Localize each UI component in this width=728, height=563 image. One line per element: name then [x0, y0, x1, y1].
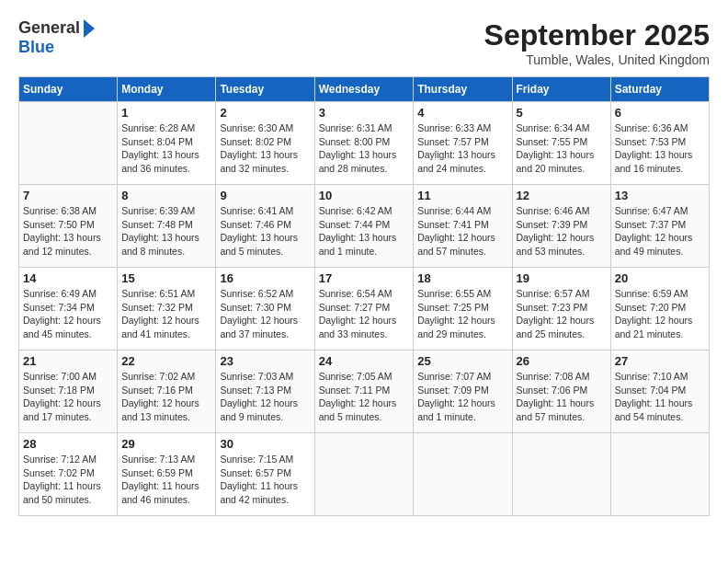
day-number: 12	[517, 189, 607, 202]
logo-general: General	[18, 18, 80, 38]
title-block: September 2025 Tumble, Wales, United Kin…	[484, 18, 710, 67]
day-number: 18	[417, 271, 507, 285]
day-detail: Sunrise: 6:34 AMSunset: 7:55 PMDaylight:…	[517, 121, 607, 176]
day-detail: Sunrise: 7:05 AMSunset: 7:11 PMDaylight:…	[319, 370, 410, 424]
calendar-cell: 2Sunrise: 6:30 AMSunset: 8:02 PMDaylight…	[216, 102, 314, 185]
day-number: 6	[615, 106, 705, 120]
day-detail: Sunrise: 6:42 AMSunset: 7:44 PMDaylight:…	[319, 204, 410, 259]
day-detail: Sunrise: 6:55 AMSunset: 7:25 PMDaylight:…	[417, 287, 507, 341]
calendar-cell: 6Sunrise: 6:36 AMSunset: 7:53 PMDaylight…	[610, 102, 709, 185]
calendar-cell: 20Sunrise: 6:59 AMSunset: 7:20 PMDayligh…	[610, 268, 709, 350]
day-detail: Sunrise: 7:02 AMSunset: 7:16 PMDaylight:…	[121, 370, 211, 424]
week-row-3: 14Sunrise: 6:49 AMSunset: 7:34 PMDayligh…	[19, 268, 710, 350]
day-number: 3	[319, 106, 410, 120]
day-detail: Sunrise: 6:33 AMSunset: 7:57 PMDaylight:…	[417, 121, 507, 176]
day-detail: Sunrise: 6:57 AMSunset: 7:23 PMDaylight:…	[517, 287, 607, 341]
calendar-cell	[610, 433, 709, 516]
header-friday: Friday	[512, 77, 610, 102]
day-number: 10	[319, 189, 410, 202]
week-row-4: 21Sunrise: 7:00 AMSunset: 7:18 PMDayligh…	[19, 350, 710, 433]
calendar-cell: 24Sunrise: 7:05 AMSunset: 7:11 PMDayligh…	[314, 350, 414, 433]
day-detail: Sunrise: 6:59 AMSunset: 7:20 PMDaylight:…	[615, 287, 705, 341]
month-title: September 2025	[484, 18, 710, 52]
day-detail: Sunrise: 6:51 AMSunset: 7:32 PMDaylight:…	[121, 287, 211, 341]
day-detail: Sunrise: 6:46 AMSunset: 7:39 PMDaylight:…	[517, 204, 607, 259]
day-number: 28	[23, 437, 113, 451]
day-number: 19	[517, 271, 607, 285]
calendar-cell: 16Sunrise: 6:52 AMSunset: 7:30 PMDayligh…	[216, 268, 314, 350]
calendar-cell	[512, 433, 610, 516]
day-number: 15	[121, 271, 211, 285]
calendar-cell: 23Sunrise: 7:03 AMSunset: 7:13 PMDayligh…	[216, 350, 314, 433]
day-detail: Sunrise: 6:41 AMSunset: 7:46 PMDaylight:…	[220, 204, 310, 259]
day-detail: Sunrise: 6:47 AMSunset: 7:37 PMDaylight:…	[615, 204, 705, 259]
day-detail: Sunrise: 7:10 AMSunset: 7:04 PMDaylight:…	[615, 370, 705, 424]
calendar-cell	[19, 102, 118, 185]
day-number: 25	[417, 354, 507, 368]
day-detail: Sunrise: 7:12 AMSunset: 7:02 PMDaylight:…	[23, 453, 113, 507]
day-number: 1	[121, 106, 211, 120]
day-detail: Sunrise: 7:15 AMSunset: 6:57 PMDaylight:…	[220, 453, 310, 507]
calendar-cell: 7Sunrise: 6:38 AMSunset: 7:50 PMDaylight…	[19, 185, 118, 268]
header-monday: Monday	[118, 77, 216, 102]
header-sunday: Sunday	[19, 77, 118, 102]
day-detail: Sunrise: 6:36 AMSunset: 7:53 PMDaylight:…	[615, 121, 705, 176]
day-detail: Sunrise: 7:00 AMSunset: 7:18 PMDaylight:…	[23, 370, 113, 424]
day-detail: Sunrise: 6:44 AMSunset: 7:41 PMDaylight:…	[417, 204, 507, 259]
header-saturday: Saturday	[610, 77, 709, 102]
day-number: 9	[220, 189, 310, 202]
logo-blue: Blue	[18, 38, 54, 57]
day-number: 29	[121, 437, 211, 451]
day-number: 17	[319, 271, 410, 285]
day-number: 21	[23, 354, 113, 368]
calendar-cell: 27Sunrise: 7:10 AMSunset: 7:04 PMDayligh…	[610, 350, 709, 433]
day-number: 22	[121, 354, 211, 368]
calendar-cell: 4Sunrise: 6:33 AMSunset: 7:57 PMDaylight…	[414, 102, 512, 185]
calendar-cell: 8Sunrise: 6:39 AMSunset: 7:48 PMDaylight…	[118, 185, 216, 268]
calendar-cell: 5Sunrise: 6:34 AMSunset: 7:55 PMDaylight…	[512, 102, 610, 185]
calendar-cell: 28Sunrise: 7:12 AMSunset: 7:02 PMDayligh…	[19, 433, 118, 516]
calendar-cell: 12Sunrise: 6:46 AMSunset: 7:39 PMDayligh…	[512, 185, 610, 268]
day-number: 7	[23, 189, 113, 202]
calendar-cell: 25Sunrise: 7:07 AMSunset: 7:09 PMDayligh…	[414, 350, 512, 433]
header-thursday: Thursday	[414, 77, 512, 102]
day-number: 30	[220, 437, 310, 451]
day-number: 26	[517, 354, 607, 368]
calendar-cell: 29Sunrise: 7:13 AMSunset: 6:59 PMDayligh…	[118, 433, 216, 516]
calendar-cell: 19Sunrise: 6:57 AMSunset: 7:23 PMDayligh…	[512, 268, 610, 350]
header-wednesday: Wednesday	[314, 77, 414, 102]
calendar-cell	[414, 433, 512, 516]
day-detail: Sunrise: 6:30 AMSunset: 8:02 PMDaylight:…	[220, 121, 310, 176]
calendar-cell: 13Sunrise: 6:47 AMSunset: 7:37 PMDayligh…	[610, 185, 709, 268]
day-detail: Sunrise: 6:28 AMSunset: 8:04 PMDaylight:…	[121, 121, 211, 176]
calendar-cell: 14Sunrise: 6:49 AMSunset: 7:34 PMDayligh…	[19, 268, 118, 350]
page-header: General Blue September 2025 Tumble, Wale…	[18, 18, 710, 67]
week-row-5: 28Sunrise: 7:12 AMSunset: 7:02 PMDayligh…	[19, 433, 710, 516]
calendar-cell: 10Sunrise: 6:42 AMSunset: 7:44 PMDayligh…	[314, 185, 414, 268]
day-detail: Sunrise: 6:54 AMSunset: 7:27 PMDaylight:…	[319, 287, 410, 341]
calendar-cell: 30Sunrise: 7:15 AMSunset: 6:57 PMDayligh…	[216, 433, 314, 516]
calendar-cell: 9Sunrise: 6:41 AMSunset: 7:46 PMDaylight…	[216, 185, 314, 268]
day-number: 14	[23, 271, 113, 285]
header-tuesday: Tuesday	[216, 77, 314, 102]
calendar-cell: 1Sunrise: 6:28 AMSunset: 8:04 PMDaylight…	[118, 102, 216, 185]
calendar-cell: 22Sunrise: 7:02 AMSunset: 7:16 PMDayligh…	[118, 350, 216, 433]
day-detail: Sunrise: 6:38 AMSunset: 7:50 PMDaylight:…	[23, 204, 113, 259]
day-detail: Sunrise: 6:39 AMSunset: 7:48 PMDaylight:…	[121, 204, 211, 259]
calendar-cell: 11Sunrise: 6:44 AMSunset: 7:41 PMDayligh…	[414, 185, 512, 268]
calendar-cell: 17Sunrise: 6:54 AMSunset: 7:27 PMDayligh…	[314, 268, 414, 350]
day-detail: Sunrise: 7:07 AMSunset: 7:09 PMDaylight:…	[417, 370, 507, 424]
calendar-table: SundayMondayTuesdayWednesdayThursdayFrid…	[18, 76, 710, 516]
calendar-cell: 21Sunrise: 7:00 AMSunset: 7:18 PMDayligh…	[19, 350, 118, 433]
calendar-cell: 18Sunrise: 6:55 AMSunset: 7:25 PMDayligh…	[414, 268, 512, 350]
day-number: 24	[319, 354, 410, 368]
calendar-cell: 3Sunrise: 6:31 AMSunset: 8:00 PMDaylight…	[314, 102, 414, 185]
day-detail: Sunrise: 6:52 AMSunset: 7:30 PMDaylight:…	[220, 287, 310, 341]
day-number: 11	[417, 189, 507, 202]
logo: General Blue	[18, 18, 95, 57]
header-row: SundayMondayTuesdayWednesdayThursdayFrid…	[19, 77, 710, 102]
day-detail: Sunrise: 6:31 AMSunset: 8:00 PMDaylight:…	[319, 121, 410, 176]
day-number: 27	[615, 354, 705, 368]
day-number: 5	[517, 106, 607, 120]
week-row-2: 7Sunrise: 6:38 AMSunset: 7:50 PMDaylight…	[19, 185, 710, 268]
